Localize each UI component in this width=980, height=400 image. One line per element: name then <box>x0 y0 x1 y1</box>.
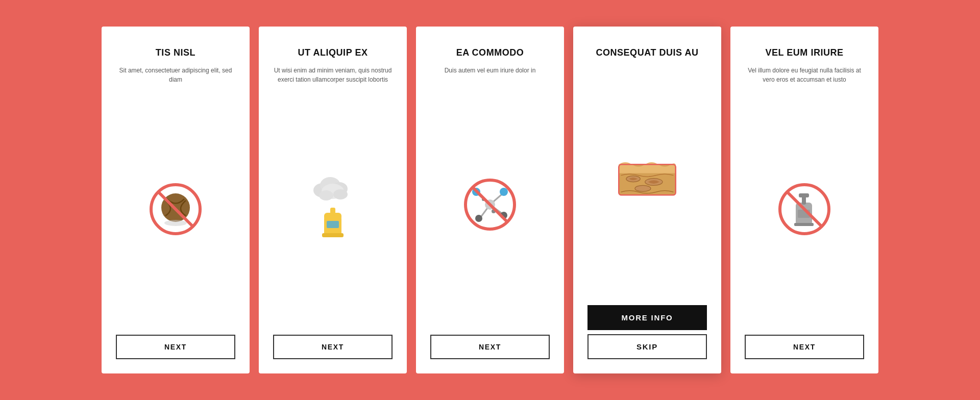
svg-point-23 <box>475 215 482 222</box>
card-2-desc: Ut wisi enim ad minim veniam, quis nostr… <box>273 66 393 84</box>
card-2-next-button[interactable]: NEXT <box>273 335 393 359</box>
svg-rect-13 <box>330 208 335 216</box>
svg-rect-15 <box>327 221 339 228</box>
svg-point-22 <box>500 188 508 196</box>
humidifier-icon <box>305 176 361 242</box>
card-5-title: VEL EUM IRIURE <box>765 47 843 59</box>
no-soap-icon <box>776 181 832 237</box>
card-2-title: UT ALIQUIP EX <box>298 47 368 59</box>
svg-rect-38 <box>794 223 814 226</box>
no-molecule-icon <box>462 177 518 233</box>
card-5-icon-area <box>776 99 832 320</box>
card-tis-nisl: TIS NISL Sit amet, consectetuer adipisci… <box>102 27 250 373</box>
card-3-desc: Duis autem vel eum iriure dolor in <box>445 66 536 75</box>
svg-point-9 <box>333 189 348 199</box>
card-vel-eum: VEL EUM IRIURE Vel illum dolore eu feugi… <box>730 27 878 373</box>
card-ut-aliquip: UT ALIQUIP EX Ut wisi enim ad minim veni… <box>259 27 407 373</box>
card-1-desc: Sit amet, consectetuer adipiscing elit, … <box>116 66 235 84</box>
card-5-next-button[interactable]: NEXT <box>745 335 864 359</box>
skin-layer-icon <box>617 152 678 203</box>
card-4-skip-button[interactable]: SKIP <box>587 334 707 359</box>
svg-rect-14 <box>322 233 344 237</box>
card-1-title: TIS NISL <box>156 47 195 59</box>
card-1-icon-area <box>148 99 204 320</box>
card-4-icon-area <box>617 66 678 290</box>
card-ea-commodo: EA COMMODO Duis autem vel eum iriure dol… <box>416 27 564 373</box>
card-5-desc: Vel illum dolore eu feugiat nulla facili… <box>745 66 864 84</box>
svg-rect-36 <box>799 193 809 197</box>
card-3-title: EA COMMODO <box>456 47 524 59</box>
card-4-title: CONSEQUAT DUIS AU <box>596 47 698 59</box>
svg-point-32 <box>635 186 651 192</box>
cards-container: TIS NISL Sit amet, consectetuer adipisci… <box>0 6 980 394</box>
card-1-next-button[interactable]: NEXT <box>116 335 235 359</box>
card-3-icon-area <box>462 90 518 320</box>
card-4-more-info-button[interactable]: MORE INFO <box>587 305 707 330</box>
card-2-icon-area <box>305 99 361 320</box>
svg-point-8 <box>319 190 333 201</box>
no-ball-icon <box>148 181 204 237</box>
card-consequat: CONSEQUAT DUIS AU MORE INFO <box>573 27 721 373</box>
svg-point-1 <box>164 220 187 226</box>
card-3-next-button[interactable]: NEXT <box>430 335 550 359</box>
